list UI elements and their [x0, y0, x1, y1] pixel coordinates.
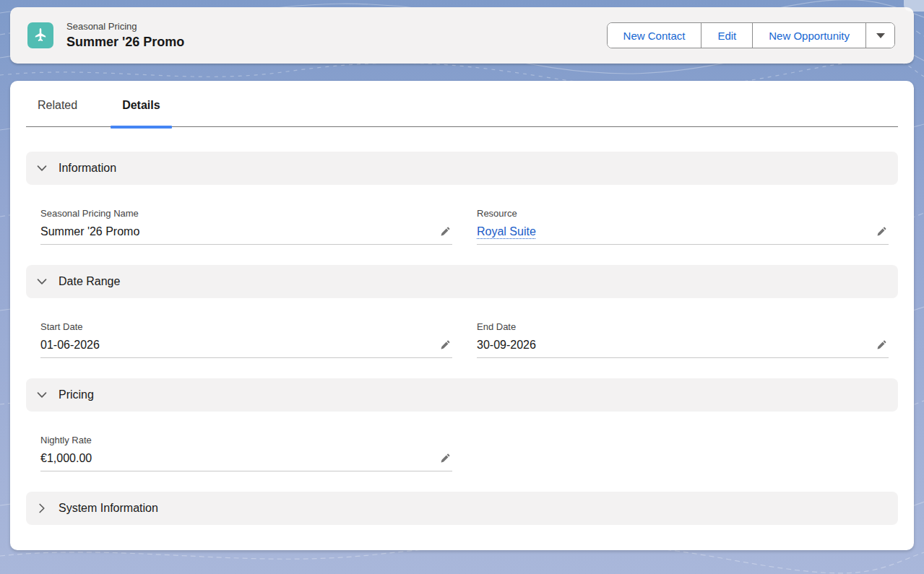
field-label: Nightly Rate — [40, 434, 452, 447]
pencil-icon — [440, 226, 451, 237]
record-detail-card: Related Details Information Seasonal Pri… — [10, 81, 914, 550]
section-header-system-information[interactable]: System Information — [26, 492, 898, 525]
record-header-text: Seasonal Pricing Summer '26 Promo — [66, 20, 184, 51]
airplane-icon — [27, 22, 53, 48]
pencil-icon — [876, 339, 887, 350]
date-range-fields: Start Date 01-06-2026 End Date 30-09-202… — [40, 321, 889, 358]
chevron-down-icon — [36, 389, 48, 401]
field-label: Start Date — [40, 321, 452, 334]
section-header-pricing[interactable]: Pricing — [26, 378, 898, 412]
edit-nightly-rate-button[interactable] — [439, 451, 452, 465]
section-title: Information — [59, 162, 116, 175]
pricing-fields: Nightly Rate €1,000.00 — [40, 434, 889, 471]
field-nightly-rate: Nightly Rate €1,000.00 — [40, 434, 452, 471]
section-header-date-range[interactable]: Date Range — [26, 265, 898, 298]
field-value: 01-06-2026 — [40, 339, 100, 352]
field-start-date: Start Date 01-06-2026 — [40, 321, 452, 358]
dropdown-arrow-icon — [876, 33, 885, 38]
edit-start-date-button[interactable] — [439, 338, 452, 352]
field-value: €1,000.00 — [40, 452, 92, 465]
edit-seasonal-pricing-name-button[interactable] — [439, 225, 452, 238]
chevron-down-icon — [36, 162, 48, 174]
record-action-button-group: New Contact Edit New Opportunity — [607, 22, 895, 48]
pencil-icon — [876, 226, 887, 237]
record-title: Summer '26 Promo — [66, 33, 184, 51]
edit-button[interactable]: Edit — [701, 23, 752, 48]
field-value: Summer '26 Promo — [40, 225, 139, 238]
field-resource: Resource Royal Suite — [477, 207, 889, 245]
window-corner-element — [904, 0, 924, 12]
more-actions-dropdown-button[interactable] — [865, 23, 894, 48]
new-opportunity-button[interactable]: New Opportunity — [752, 23, 865, 48]
field-end-date: End Date 30-09-2026 — [477, 321, 889, 358]
section-title: System Information — [59, 502, 158, 515]
information-fields: Seasonal Pricing Name Summer '26 Promo R… — [40, 207, 889, 245]
new-contact-button[interactable]: New Contact — [608, 23, 701, 48]
tab-related[interactable]: Related — [26, 99, 89, 126]
section-title: Date Range — [59, 275, 120, 288]
section-title: Pricing — [59, 388, 94, 401]
record-tabs: Related Details — [26, 81, 898, 127]
chevron-right-icon — [36, 503, 48, 514]
pencil-icon — [440, 339, 451, 350]
resource-link[interactable]: Royal Suite — [477, 225, 536, 238]
field-label: Resource — [477, 207, 889, 220]
field-seasonal-pricing-name: Seasonal Pricing Name Summer '26 Promo — [40, 207, 452, 245]
pencil-icon — [440, 453, 451, 464]
section-header-information[interactable]: Information — [26, 152, 898, 185]
field-value: 30-09-2026 — [477, 339, 536, 352]
tab-details[interactable]: Details — [111, 99, 171, 126]
edit-end-date-button[interactable] — [875, 338, 889, 352]
record-header-card: Seasonal Pricing Summer '26 Promo New Co… — [10, 7, 914, 64]
field-label: Seasonal Pricing Name — [40, 207, 452, 220]
chevron-down-icon — [36, 276, 48, 287]
entity-label: Seasonal Pricing — [66, 20, 184, 32]
edit-resource-button[interactable] — [875, 225, 889, 238]
field-label: End Date — [477, 321, 889, 334]
